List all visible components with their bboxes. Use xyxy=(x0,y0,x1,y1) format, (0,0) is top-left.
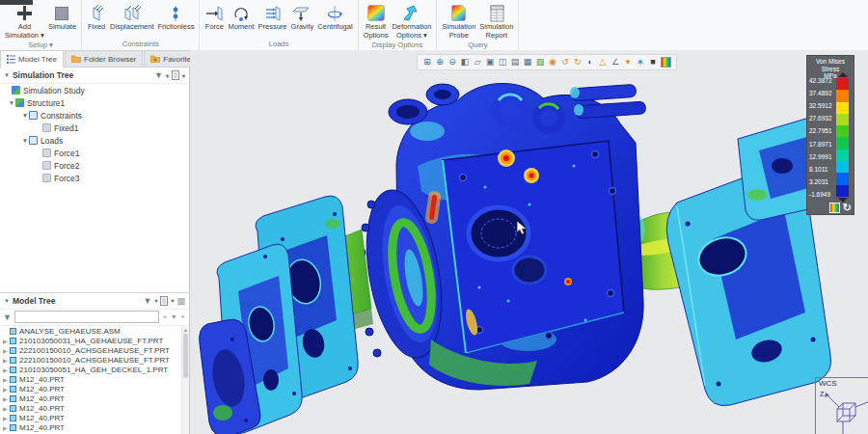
result-options-button[interactable]: Result Options xyxy=(362,3,391,40)
model-tree-row[interactable]: ▶M12_40.PRT xyxy=(0,375,189,385)
annotations-icon[interactable]: ◉ xyxy=(547,56,558,68)
part-icon xyxy=(10,338,16,344)
saved-views-icon[interactable]: ◫ xyxy=(497,56,508,68)
stop-icon[interactable]: ■ xyxy=(647,56,659,68)
part-icon xyxy=(10,376,16,383)
tree-settings-icon[interactable] xyxy=(172,70,179,80)
folder-icon xyxy=(71,55,81,63)
model-tree-row[interactable]: ▶M12_40.PRT xyxy=(0,414,189,423)
sim-tree-item-constraints[interactable]: ▼Constraints xyxy=(0,109,189,122)
tree-filter-icon[interactable]: ▼ xyxy=(144,296,152,306)
displacement-button[interactable]: Displacement xyxy=(108,3,155,32)
simulation-probe-button[interactable]: Simulation Probe xyxy=(440,3,477,40)
simulate-label: Simulate xyxy=(48,23,76,32)
pressure-button[interactable]: Pressure xyxy=(257,3,289,32)
legend-max-handle[interactable] xyxy=(838,72,848,77)
force-button[interactable]: Force xyxy=(203,3,226,32)
sim-tree-item-loads[interactable]: ▼Loads xyxy=(0,134,189,147)
ribbon-group-constraints: Fixed Displacement Frictionless Constrai… xyxy=(82,0,200,50)
sim-tree-item-structure1[interactable]: ▼Structure1 xyxy=(0,96,189,109)
add-simulation-label2: Simulation ▾ xyxy=(5,32,44,41)
view-manager-icon[interactable]: ▤ xyxy=(509,56,521,68)
wcs-box: WCS Z X xyxy=(815,377,868,434)
zoom-region-icon[interactable]: ⊞ xyxy=(421,56,433,68)
datum-display-icon[interactable]: ∠ xyxy=(610,56,621,68)
scroll-thumb[interactable] xyxy=(183,334,188,378)
appearance-icon[interactable]: ▧ xyxy=(534,56,546,68)
model-tree-row[interactable]: ▶210103050031_HA_GEHAEUSE_FT.PRT xyxy=(0,337,189,346)
result-options-icon xyxy=(367,5,385,21)
pressure-load-icon xyxy=(263,3,283,23)
model-tree-row[interactable]: ▶M12_40.PRT xyxy=(0,423,189,433)
sim-tree-item-simulation-study[interactable]: Simulation Study xyxy=(0,84,189,96)
model-tree-filter-input[interactable] xyxy=(14,311,159,323)
simulate-button[interactable]: Simulate xyxy=(46,3,78,32)
constraints-folder-icon xyxy=(29,111,38,120)
model-tree-row-asm[interactable]: ANALYSE_GEHAEUSE.ASM xyxy=(0,327,189,337)
moment-button[interactable]: Moment xyxy=(226,3,256,32)
shading-icon[interactable]: ▣ xyxy=(484,56,496,68)
model-tree-row[interactable]: ▶210103050051_HA_GEH_DECKEL_1.PRT xyxy=(0,366,189,375)
frictionless-constraint-icon xyxy=(166,3,185,23)
graphics-viewport[interactable]: ⊞ ⊕ ⊖ ◧ ▱ ▣ ◫ ▤ ▦ ▧ ◉ ↺ ↻ ◐ △ ∠ ▾ ∗ ■ Vo… xyxy=(190,50,868,434)
part-icon xyxy=(10,405,16,412)
fringe-display-icon[interactable] xyxy=(661,57,671,68)
ribbon-group-setup: Add Simulation ▾ Simulate Setup ▾ xyxy=(0,0,82,50)
model-tree-row[interactable]: ▶222100150010_ACHSGEHAEUSE_FT.PRT xyxy=(0,356,189,366)
part-icon xyxy=(10,366,16,373)
fixed-button[interactable]: Fixed xyxy=(85,3,108,32)
tree-columns-icon[interactable]: ▥ xyxy=(176,296,185,306)
filter-funnel-icon: ▼ xyxy=(3,312,12,322)
simulation-report-button[interactable]: Simulation Report xyxy=(477,3,515,40)
model-tree-row[interactable]: ▶222100150010_ACHSGEHAEUSE_FT.PRT xyxy=(0,346,189,356)
simulation-tree-title: Simulation Tree xyxy=(13,70,73,80)
tag-display-icon[interactable]: ▾ xyxy=(622,56,634,68)
moment-load-icon xyxy=(231,3,251,23)
sim-display-icon[interactable]: △ xyxy=(597,56,609,68)
model-tree-row[interactable]: ▶M12_40.PRT xyxy=(0,385,189,394)
part-icon xyxy=(10,357,16,364)
scroll-up-icon[interactable]: ▲ xyxy=(182,326,189,334)
centrifugal-button[interactable]: Centrifugal xyxy=(315,3,354,32)
tree-filter-icon[interactable]: ▼ xyxy=(154,70,163,80)
tab-model-tree[interactable]: Model Tree xyxy=(0,50,64,68)
capture-icon[interactable]: ▦ xyxy=(522,56,533,68)
model-tree-scrollbar[interactable]: ▲ xyxy=(181,326,189,434)
frictionless-button[interactable]: Frictionless xyxy=(156,3,197,32)
fixed-constraint-node-icon xyxy=(42,123,51,132)
navigator-tabbar: Model Tree Folder Browser Favorites xyxy=(0,50,189,68)
reorient-icon[interactable]: ↻ xyxy=(572,56,583,68)
model-tree-filter-row: ▼ × ▾ + xyxy=(0,310,189,326)
zoom-in-icon[interactable]: ⊕ xyxy=(434,56,446,68)
measure-icon[interactable]: ∗ xyxy=(635,56,646,68)
gravity-button[interactable]: Gravity xyxy=(289,3,316,32)
deformation-options-button[interactable]: Deformation Options ▾ xyxy=(390,3,433,40)
spin-center-icon[interactable]: ↺ xyxy=(559,56,571,68)
legend-fringe-icon[interactable] xyxy=(829,203,840,213)
filter-add-button[interactable]: + xyxy=(179,312,186,321)
model-tree-list: ANALYSE_GEHAEUSE.ASM ▶210103050031_HA_GE… xyxy=(0,326,189,434)
filter-dropdown-button[interactable]: ▾ xyxy=(171,312,176,321)
sim-tree-item-force3[interactable]: Force3 xyxy=(0,172,189,184)
legend-reset-icon[interactable]: ↻ xyxy=(843,203,852,213)
sim-tree-item-fixed1[interactable]: Fixed1 xyxy=(0,122,189,134)
tab-folder-browser[interactable]: Folder Browser xyxy=(65,50,143,67)
sim-tree-item-force2[interactable]: Force2 xyxy=(0,159,189,172)
model-tree-row[interactable]: ▶M12_40.PRT xyxy=(0,394,189,404)
simulation-report-icon xyxy=(487,3,506,23)
display-style-icon[interactable]: ◐ xyxy=(584,56,596,68)
simulate-icon xyxy=(55,7,68,20)
collapse-caret-icon[interactable]: ▼ xyxy=(4,298,10,304)
collapse-caret-icon[interactable]: ▼ xyxy=(4,72,10,78)
tree-settings-icon[interactable] xyxy=(160,296,168,306)
add-simulation-button[interactable]: Add Simulation ▾ xyxy=(3,3,46,40)
filter-clear-button[interactable]: × xyxy=(162,312,169,321)
navigator-panel: Model Tree Folder Browser Favorites ▼ Si… xyxy=(0,50,190,434)
refit-icon[interactable]: ◧ xyxy=(459,56,471,68)
fea-model-von-mises[interactable] xyxy=(190,50,868,434)
zoom-out-icon[interactable]: ⊖ xyxy=(447,56,458,68)
model-tree-row[interactable]: ▶M12_40.PRT xyxy=(0,404,189,414)
model-tree-tab-icon xyxy=(7,55,15,64)
repaint-icon[interactable]: ▱ xyxy=(472,56,483,68)
sim-tree-item-force1[interactable]: Force1 xyxy=(0,147,189,159)
